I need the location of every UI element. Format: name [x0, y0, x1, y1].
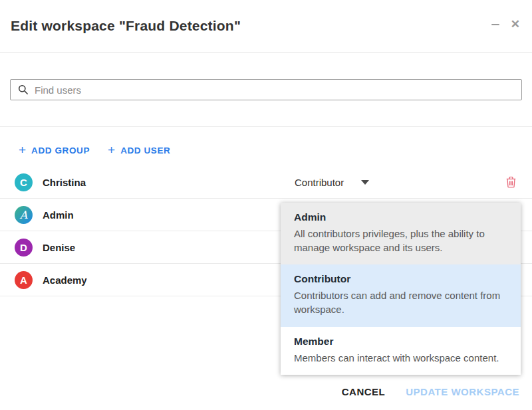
role-option-admin[interactable]: Admin All contributors privileges, plus … [281, 203, 521, 264]
dialog-title: Edit workspace "Fraud Detection" [11, 18, 241, 34]
add-user-label: ADD USER [120, 146, 170, 155]
user-name: Christina [43, 177, 86, 188]
role-option-description: Members can interact with workspace cont… [294, 352, 507, 365]
search-box[interactable] [10, 79, 522, 100]
edit-workspace-dialog: Edit workspace "Fraud Detection" ✕ + ADD… [0, 0, 532, 410]
user-name: Admin [43, 209, 74, 221]
plus-icon: + [108, 144, 115, 156]
header-divider [0, 52, 532, 52]
role-dropdown-menu: Admin All contributors privileges, plus … [281, 203, 521, 375]
delete-user-icon[interactable] [506, 177, 516, 188]
chevron-down-icon [361, 180, 369, 185]
role-option-title: Member [294, 336, 507, 348]
role-value: Contributor [295, 177, 344, 188]
role-option-title: Admin [294, 211, 507, 223]
user-name: Academy [43, 274, 87, 286]
avatar: A [15, 271, 33, 289]
add-group-button[interactable]: + ADD GROUP [19, 144, 90, 156]
section-divider [0, 126, 532, 127]
avatar: A [15, 206, 33, 224]
plus-icon: + [19, 144, 26, 156]
role-option-title: Contributor [294, 273, 507, 285]
cancel-button[interactable]: CANCEL [342, 386, 386, 397]
role-option-member[interactable]: Member Members can interact with workspa… [281, 327, 521, 375]
role-select[interactable]: Contributor [295, 166, 369, 198]
role-option-description: Contributors can add and remove content … [294, 289, 507, 316]
minimize-icon[interactable] [491, 20, 499, 29]
add-user-button[interactable]: + ADD USER [108, 144, 170, 156]
add-actions: + ADD GROUP + ADD USER [19, 144, 170, 156]
avatar: D [15, 239, 33, 256]
search-icon [18, 84, 29, 95]
role-option-description: All contributors privileges, plus the ab… [294, 227, 507, 255]
search-input[interactable] [35, 80, 521, 100]
dialog-footer: CANCEL UPDATE WORKSPACE [342, 386, 519, 397]
role-option-contributor[interactable]: Contributor Contributors can add and rem… [281, 264, 521, 326]
user-name: Denise [43, 242, 75, 253]
update-workspace-button[interactable]: UPDATE WORKSPACE [406, 386, 519, 397]
window-controls: ✕ [491, 20, 520, 29]
avatar: C [15, 173, 33, 191]
close-icon[interactable]: ✕ [511, 20, 520, 29]
add-group-label: ADD GROUP [31, 146, 90, 155]
user-row-christina: C Christina Contributor [0, 166, 532, 199]
